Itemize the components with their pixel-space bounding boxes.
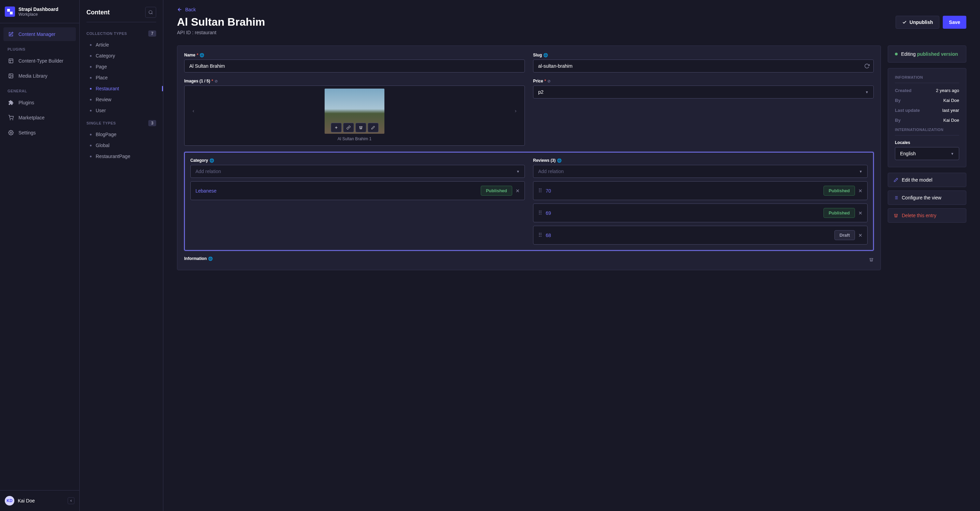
sidebar-item-review[interactable]: Review [80,94,163,105]
svg-rect-2 [9,59,13,63]
price-label: Price [533,79,543,83]
relation-link[interactable]: Lebanese [196,188,477,193]
general-heading: General [3,84,76,96]
collection-types-heading: Collection Types [86,32,127,35]
svg-point-7 [10,119,10,120]
information-panel: Information Created2 years ago ByKai Doe… [888,68,966,167]
svg-rect-1 [10,12,13,14]
content-sidebar: Content Collection Types 7 Article Categ… [80,0,163,511]
sidebar-item-global[interactable]: Global [80,140,163,151]
sidebar-item-blogpage[interactable]: BlogPage [80,129,163,140]
gear-icon [8,129,14,136]
media-next-button[interactable] [510,106,521,117]
relation-link[interactable]: 68 [546,233,831,238]
sidebar-item-article[interactable]: Article [80,39,163,50]
brand-logo-icon [5,6,15,17]
relation-link[interactable]: 69 [546,210,820,216]
relation-remove-button[interactable]: ✕ [858,233,862,238]
relations-highlighted-box: Category 🌐 Add relation ▼ Lebanese Publi… [184,152,874,251]
sidebar-item-restaurant[interactable]: Restaurant [80,83,163,94]
svg-point-8 [13,119,13,120]
information-heading: Information [895,75,959,83]
search-button[interactable] [145,7,156,18]
nav-content-type-builder[interactable]: Content-Type Builder [3,54,76,68]
check-icon [902,20,907,25]
user-footer: KD Kai Doe [0,490,79,511]
drag-handle-icon[interactable]: ⠿ [538,210,542,216]
component-delete-button[interactable] [869,257,874,262]
nav-media-library[interactable]: Media Library [3,69,76,83]
publication-status-panel: Editing published version [888,45,966,62]
created-label: Created [895,88,911,93]
relation-item: ⠿ 68 Draft ✕ [533,226,867,244]
layout-icon [8,57,14,64]
intl-heading: Internationalization [895,128,959,136]
relation-link[interactable]: 70 [546,188,820,193]
regenerate-button[interactable] [864,63,870,69]
save-button[interactable]: Save [943,16,966,29]
media-delete-button[interactable] [355,123,366,133]
slug-field-wrapper: Slug 🌐 [533,53,874,72]
delete-entry-button[interactable]: Delete this entry [888,208,966,223]
trash-icon [894,213,898,218]
sidebar-item-place[interactable]: Place [80,72,163,83]
category-add-relation[interactable]: Add relation ▼ [190,165,525,178]
trash-icon [359,126,363,129]
no-locale-icon: ⊘ [547,79,550,83]
nav-marketplace[interactable]: Marketplace [3,111,76,125]
svg-line-11 [152,13,153,14]
media-caption: Al Sultan Brahim 1 [187,134,522,143]
relation-remove-button[interactable]: ✕ [858,210,862,216]
media-edit-button[interactable] [368,123,379,133]
drag-handle-icon[interactable]: ⠿ [538,232,542,238]
globe-icon: 🌐 [208,257,213,261]
configure-view-button[interactable]: Configure the view [888,190,966,205]
by-label: By [895,118,901,123]
sidebar-item-user[interactable]: User [80,105,163,116]
status-badge: Published [481,186,512,196]
reviews-add-relation[interactable]: Add relation ▼ [533,165,867,178]
relation-remove-button[interactable]: ✕ [515,188,520,193]
nav-label: Marketplace [19,115,45,120]
avatar[interactable]: KD [5,496,14,506]
svg-rect-0 [7,9,10,12]
price-select[interactable]: p2 ▼ [533,86,874,99]
plus-icon [334,126,338,129]
slug-input[interactable] [533,59,874,72]
media-add-button[interactable] [331,123,342,133]
status-badge: Draft [834,230,855,240]
edit-model-button[interactable]: Edit the model [888,173,966,187]
relation-remove-button[interactable]: ✕ [858,188,862,193]
nav-settings[interactable]: Settings [3,126,76,139]
price-field-wrapper: Price* ⊘ p2 ▼ [533,79,874,146]
sidebar-item-page[interactable]: Page [80,61,163,72]
images-label: Images (1 / 5) [184,79,210,83]
nav-plugins[interactable]: Plugins [3,96,76,109]
collapse-sidebar-button[interactable] [68,497,75,504]
user-name: Kai Doe [18,498,35,503]
single-types-heading: Single Types [86,121,116,125]
sidebar-item-category[interactable]: Category [80,50,163,61]
caret-down-icon: ▼ [516,170,520,173]
name-input[interactable] [184,59,525,72]
category-label: Category [190,158,208,163]
drag-handle-icon[interactable]: ⠿ [538,187,542,194]
nav-content-manager[interactable]: Content Manager [3,27,76,41]
media-thumbnail[interactable] [325,89,384,134]
media-prev-button[interactable] [188,106,199,117]
relation-item: ⠿ 69 Published ✕ [533,203,867,222]
locale-select[interactable]: English ▼ [895,147,959,160]
unpublish-button[interactable]: Unpublish [896,16,939,29]
caret-down-icon: ▼ [859,170,862,173]
globe-icon: 🌐 [557,158,562,163]
back-link[interactable]: Back [177,7,966,12]
status-text: Editing published version [901,51,958,57]
media-link-button[interactable] [343,123,354,133]
locales-label: Locales [895,140,959,145]
media-field: Al Sultan Brahim 1 [184,86,525,146]
sidebar-item-restaurantpage[interactable]: RestaurantPage [80,151,163,162]
by-value: Kai Doe [943,98,959,103]
single-count-badge: 3 [148,120,156,126]
information-component-label: Information [184,256,207,261]
no-locale-icon: ⊘ [215,79,218,83]
